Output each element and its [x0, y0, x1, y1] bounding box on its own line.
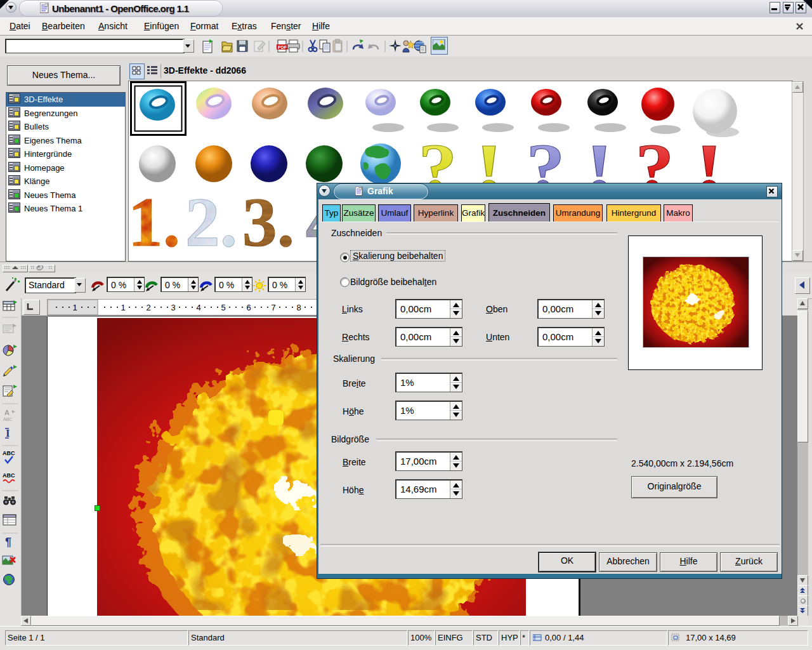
svg-text:ABC: ABC — [3, 472, 15, 479]
svg-text:3: 3 — [171, 303, 175, 312]
svg-text:¶: ¶ — [5, 536, 11, 548]
svg-text:7: 7 — [271, 303, 275, 312]
svg-text:ABC: ABC — [3, 450, 15, 456]
svg-text:1.: 1. — [129, 183, 180, 261]
svg-text:1: 1 — [72, 303, 77, 312]
svg-text:5: 5 — [221, 303, 225, 312]
svg-text:1: 1 — [121, 303, 125, 312]
svg-text:8: 8 — [296, 303, 301, 312]
svg-text:2.: 2. — [185, 183, 238, 261]
svg-text:PDF: PDF — [278, 45, 287, 50]
svg-text:6: 6 — [246, 303, 251, 312]
svg-text:3.: 3. — [242, 183, 295, 261]
svg-text:I: I — [6, 427, 10, 439]
svg-text:2: 2 — [146, 303, 150, 312]
svg-text:4: 4 — [196, 303, 200, 312]
svg-text:ABC: ABC — [3, 417, 12, 421]
svg-text:A: A — [4, 409, 10, 416]
